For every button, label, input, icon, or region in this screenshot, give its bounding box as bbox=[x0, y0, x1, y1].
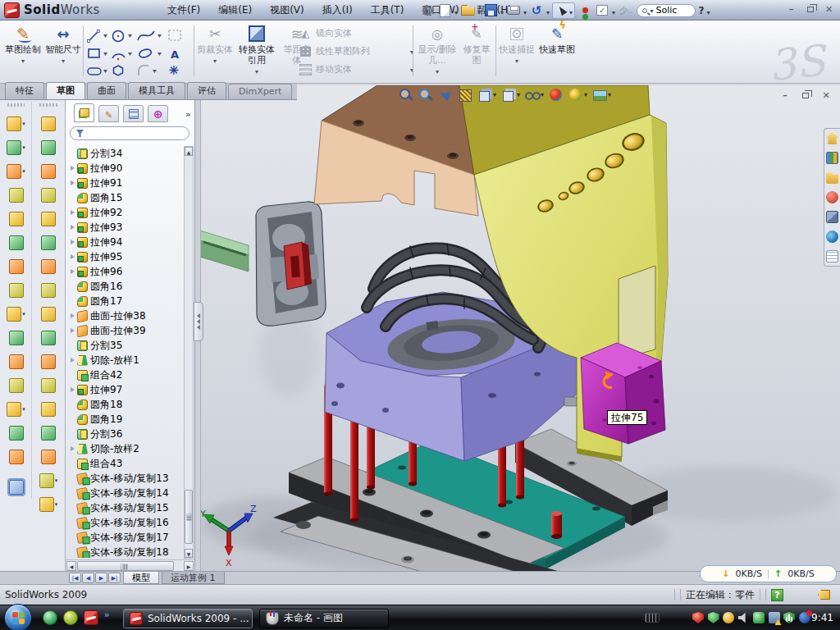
selection-box-icon[interactable] bbox=[169, 30, 180, 40]
tree-item[interactable]: 拉伸90 bbox=[67, 161, 184, 176]
tab-草图[interactable]: 草图 bbox=[46, 82, 85, 99]
ellipse-tool-icon[interactable] bbox=[138, 48, 152, 58]
rectangle-tool-icon[interactable] bbox=[89, 49, 99, 57]
offset-surface-button[interactable] bbox=[33, 278, 64, 302]
section-view-button[interactable] bbox=[457, 87, 472, 103]
tree-item[interactable]: 拉伸93 bbox=[67, 220, 184, 235]
fillet-caret-icon[interactable] bbox=[153, 70, 157, 73]
restore-button[interactable] bbox=[802, 2, 818, 16]
scroll-left-button[interactable]: ◀ bbox=[66, 561, 76, 571]
start-button[interactable] bbox=[4, 604, 32, 630]
expand-arrow-icon[interactable] bbox=[71, 240, 75, 244]
next-tab-button[interactable]: ▶ bbox=[95, 573, 107, 583]
scroll-up-button[interactable]: ▲ bbox=[185, 147, 193, 156]
lofted-boss-button[interactable] bbox=[1, 231, 31, 254]
zoom-to-area-button[interactable] bbox=[418, 87, 433, 103]
tree-item[interactable]: 圆角16 bbox=[67, 279, 184, 294]
first-tab-button[interactable]: |◀ bbox=[69, 573, 81, 583]
security-center-icon[interactable] bbox=[692, 612, 704, 623]
reference-geometry-button[interactable]: ▾ bbox=[1, 397, 31, 421]
pc-manager-icon[interactable] bbox=[799, 612, 810, 623]
slot-caret-icon[interactable] bbox=[103, 70, 107, 73]
file-explorer-icon[interactable] bbox=[826, 171, 838, 184]
menu-item[interactable]: 视图(V) bbox=[262, 1, 313, 20]
ruled-surface-button[interactable] bbox=[33, 231, 64, 254]
expand-arrow-icon[interactable] bbox=[71, 387, 75, 392]
toolbar-grip[interactable] bbox=[39, 103, 57, 107]
scroll-right-button[interactable]: ▶ bbox=[184, 561, 194, 571]
last-tab-button[interactable]: ▶| bbox=[108, 573, 121, 583]
parting-surface-button[interactable] bbox=[33, 183, 64, 207]
volume-icon[interactable] bbox=[738, 612, 750, 623]
tree-item[interactable]: 圆角19 bbox=[67, 412, 184, 427]
prev-tab-button[interactable]: ◀ bbox=[82, 573, 94, 583]
solidworks-resources-icon[interactable] bbox=[826, 132, 838, 144]
view-palette-icon[interactable] bbox=[826, 211, 838, 223]
caret-icon[interactable]: ▾ bbox=[608, 91, 611, 98]
draft-button[interactable] bbox=[1, 349, 31, 373]
close-button[interactable]: ✕ bbox=[821, 2, 837, 16]
tree-horizontal-scrollbar[interactable]: ◀ ▶ bbox=[66, 559, 194, 571]
tab-模型[interactable]: 模型 bbox=[123, 572, 159, 584]
tag-icon[interactable] bbox=[818, 590, 830, 600]
tree-item[interactable]: 切除-放样2 bbox=[67, 441, 184, 456]
tab-评估[interactable]: 评估 bbox=[187, 82, 226, 99]
minimize-button[interactable]: – bbox=[783, 2, 799, 16]
graphics-viewport[interactable]: Y Z X ▾▾▾▾▾ – ✕ 拉伸75 bbox=[194, 85, 840, 571]
caret-icon[interactable]: ▾ bbox=[541, 91, 544, 98]
dome-button[interactable] bbox=[1, 373, 31, 397]
tree-item[interactable]: 拉伸92 bbox=[67, 205, 184, 220]
select-caret-icon[interactable] bbox=[569, 2, 573, 18]
messenger-quicklaunch-icon[interactable] bbox=[43, 610, 57, 625]
tree-item[interactable]: 实体-移动/复制17 bbox=[67, 530, 184, 545]
caret-icon[interactable]: ▾ bbox=[584, 91, 587, 98]
expand-arrow-icon[interactable] bbox=[71, 328, 75, 333]
tab-模具工具[interactable]: 模具工具 bbox=[128, 82, 185, 99]
tree-item[interactable]: 实体-移动/复制15 bbox=[67, 500, 184, 515]
panel-overflow-button[interactable]: » bbox=[185, 109, 191, 122]
health-shield-icon[interactable] bbox=[783, 612, 795, 623]
zoom-to-fit-button[interactable] bbox=[398, 87, 413, 103]
help-button[interactable]: ? bbox=[698, 5, 704, 16]
planar-surface-button[interactable] bbox=[33, 254, 64, 278]
edit-appearance-button[interactable] bbox=[548, 87, 564, 103]
open-caret-icon[interactable] bbox=[477, 2, 481, 18]
tree-item[interactable]: 拉伸96 bbox=[67, 264, 184, 279]
input-method-keyboard-icon[interactable] bbox=[645, 613, 660, 623]
knit-surface-button[interactable] bbox=[33, 326, 64, 349]
sketch-fillet-icon[interactable] bbox=[139, 66, 148, 75]
undo-button[interactable] bbox=[529, 3, 544, 18]
caret-icon[interactable]: ▾ bbox=[22, 121, 25, 127]
caret-icon[interactable]: ▾ bbox=[55, 501, 58, 508]
magenta-block[interactable] bbox=[581, 343, 665, 444]
undercut-detection-button[interactable] bbox=[33, 159, 64, 183]
ellipse-caret-icon[interactable] bbox=[158, 52, 162, 56]
expand-arrow-icon[interactable] bbox=[71, 313, 75, 318]
taskbar-window-inactive[interactable]: 未命名 - 画图 bbox=[259, 609, 389, 628]
caret-icon[interactable]: ▾ bbox=[493, 91, 496, 98]
configuration-manager-tab[interactable] bbox=[123, 105, 144, 122]
spline-tool-icon[interactable] bbox=[138, 31, 154, 40]
expand-arrow-icon[interactable] bbox=[71, 210, 75, 215]
convert-entities-button[interactable]: 转换实体引用 bbox=[235, 23, 278, 80]
caret-icon[interactable]: ▾ bbox=[22, 406, 25, 413]
search-icon[interactable] bbox=[826, 191, 838, 203]
chamfer-button[interactable] bbox=[1, 183, 31, 207]
expand-arrow-icon[interactable] bbox=[71, 225, 75, 230]
shell-button[interactable] bbox=[1, 254, 31, 278]
extruded-boss-button[interactable]: ▾ bbox=[1, 112, 31, 135]
scroll-down-button[interactable]: ▼ bbox=[185, 549, 193, 558]
expand-arrow-icon[interactable] bbox=[71, 358, 75, 363]
tree-item[interactable]: 实体-移动/复制18 bbox=[67, 545, 184, 558]
fillet-button[interactable]: ▾ bbox=[1, 159, 31, 183]
tree-vertical-scrollbar[interactable]: ▲ ▼ bbox=[184, 146, 194, 559]
toolbar-grip[interactable] bbox=[7, 103, 25, 107]
tree-item[interactable]: 分割34 bbox=[67, 146, 184, 161]
tree-item[interactable]: 拉伸94 bbox=[67, 235, 184, 249]
tree-item[interactable]: 圆角15 bbox=[67, 190, 184, 205]
arc-tool-icon[interactable] bbox=[112, 54, 125, 60]
helix-spiral-button[interactable] bbox=[1, 445, 31, 468]
tree-item[interactable]: 分割36 bbox=[67, 427, 184, 441]
expand-arrow-icon[interactable] bbox=[71, 180, 75, 185]
line-tool-icon[interactable] bbox=[88, 30, 100, 43]
